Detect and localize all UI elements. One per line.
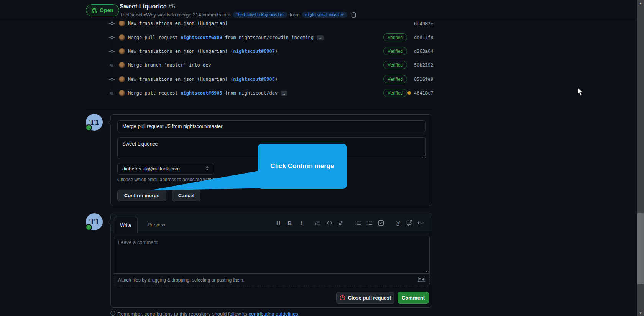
- pr-subtitle: TheDiabeticWay wants to merge 214 commit…: [120, 12, 356, 18]
- unordered-list-icon[interactable]: [352, 217, 364, 229]
- quote-icon[interactable]: [312, 217, 324, 229]
- email-select[interactable]: diabetes.uk@outlook.com: [117, 163, 214, 175]
- merge-commit-title-input[interactable]: [117, 120, 426, 132]
- commit-message-text: New translations en.json (Hungarian) (: [128, 77, 233, 82]
- verified-badge[interactable]: Verified: [383, 89, 407, 97]
- tasklist-icon[interactable]: [375, 217, 387, 229]
- commit-author-avatar[interactable]: [119, 76, 125, 82]
- comment-tab-strip: Write Preview H B I 12 @: [111, 213, 432, 232]
- commit-message: Merge branch 'master' into dev: [128, 62, 211, 68]
- resize-handle[interactable]: [425, 269, 429, 273]
- scrollbar-down-arrow[interactable]: ▼: [637, 310, 644, 316]
- commit-row: Merge branch 'master' into dev: [109, 61, 211, 70]
- attach-files-text: Attach files by dragging & dropping, sel…: [118, 277, 245, 283]
- verified-badge[interactable]: Verified: [383, 33, 407, 41]
- resize-handle[interactable]: [422, 155, 426, 158]
- commit-row: New translations en.json (Hungarian) (ni…: [109, 75, 278, 84]
- attach-files-area[interactable]: Attach files by dragging & dropping, sel…: [114, 273, 430, 286]
- commit-icon: [109, 91, 115, 95]
- commit-author-avatar[interactable]: [119, 90, 125, 96]
- copy-branch-icon[interactable]: [351, 12, 356, 18]
- commit-icon: [109, 35, 115, 40]
- commit-hash[interactable]: ddd11f8: [414, 35, 434, 40]
- commit-more-button[interactable]: …: [317, 35, 324, 40]
- commit-message-text: ): [275, 49, 278, 54]
- comment-input[interactable]: [114, 236, 430, 274]
- commit-message-text: Merge pull request: [128, 35, 181, 40]
- commit-icon: [109, 77, 115, 82]
- select-caret-icon: [205, 165, 209, 172]
- commit-author-avatar[interactable]: [119, 34, 125, 41]
- commit-pr-link[interactable]: nightscout#6889: [181, 35, 222, 40]
- commit-hash[interactable]: 46418c7: [414, 90, 434, 96]
- commit-message-text: Merge pull request: [128, 90, 181, 96]
- code-icon[interactable]: [324, 217, 335, 229]
- commit-icon: [109, 21, 115, 26]
- status-dot-icon[interactable]: [407, 91, 411, 95]
- note-prefix: Remember, contributions to this reposito…: [117, 311, 249, 316]
- commit-pr-link[interactable]: nightscout#6907: [233, 49, 275, 54]
- commit-author-avatar[interactable]: [119, 48, 125, 54]
- pull-request-page: New translations en.json (Hungarian) 6d4…: [0, 0, 644, 316]
- confirm-merge-button[interactable]: Confirm merge: [117, 190, 166, 201]
- ordered-list-icon[interactable]: 12: [364, 217, 375, 229]
- italic-icon[interactable]: I: [296, 217, 307, 229]
- contributing-guidelines-link[interactable]: contributing guidelines: [249, 311, 298, 316]
- vertical-scrollbar[interactable]: ▲ ▼: [637, 0, 644, 316]
- tab-write[interactable]: Write: [114, 217, 138, 233]
- pr-header-text: Sweet Liquorice#5 TheDiabeticWay wants t…: [120, 3, 356, 18]
- commit-row: Merge pull request nightscout#6889 from …: [109, 33, 324, 42]
- cancel-button[interactable]: Cancel: [172, 190, 200, 201]
- note-text: Remember, contributions to this reposito…: [117, 311, 300, 316]
- saved-replies-icon[interactable]: [415, 217, 427, 229]
- user-avatar[interactable]: T1: [86, 213, 103, 230]
- commit-message-text: from nightscout/crowdin_incoming: [222, 35, 314, 40]
- commit-author-avatar[interactable]: [119, 62, 125, 68]
- close-pull-request-button[interactable]: Close pull request: [336, 292, 394, 304]
- pr-state-label: Open: [100, 7, 113, 13]
- commit-author-avatar[interactable]: [119, 20, 125, 26]
- link-icon[interactable]: [335, 217, 347, 229]
- commit-icon: [109, 49, 115, 54]
- scrollbar-up-arrow[interactable]: ▲: [637, 0, 644, 6]
- verified-badge[interactable]: Verified: [383, 47, 407, 55]
- card-caret: [108, 120, 113, 125]
- verified-badge[interactable]: Verified: [383, 61, 407, 69]
- scrollbar-thumb[interactable]: [637, 213, 644, 284]
- merge-commit-message-input[interactable]: Sweet Liquorice: [117, 137, 426, 159]
- git-pull-request-icon: [92, 7, 97, 13]
- mention-icon[interactable]: @: [392, 217, 404, 229]
- verified-badge[interactable]: Verified: [383, 75, 407, 83]
- pr-number: #5: [169, 3, 176, 10]
- bold-icon[interactable]: B: [284, 217, 296, 229]
- svg-text:1: 1: [366, 220, 368, 223]
- comment-button[interactable]: Comment: [398, 292, 429, 304]
- comment-card: Write Preview H B I 12 @: [110, 213, 432, 308]
- pr-state-badge: Open: [86, 4, 119, 16]
- close-pr-label: Close pull request: [348, 295, 391, 301]
- commit-hash[interactable]: 8516fe9: [414, 77, 434, 82]
- commit-hash[interactable]: 6d4982e: [414, 21, 434, 26]
- svg-text:2: 2: [366, 223, 368, 226]
- commit-pr-link[interactable]: nightscout#6905: [181, 90, 222, 96]
- commit-more-button[interactable]: …: [281, 91, 288, 96]
- base-branch-chip[interactable]: TheDiabeticWay:master: [233, 12, 287, 18]
- pr-sticky-header: Open Sweet Liquorice#5 TheDiabeticWay wa…: [0, 0, 637, 21]
- tab-preview[interactable]: Preview: [144, 217, 169, 232]
- commit-message: Merge pull request nightscout#6889 from …: [128, 35, 314, 40]
- head-branch-chip[interactable]: nightscout:master: [302, 12, 347, 18]
- merge-confirmation-card: Sweet Liquorice diabetes.uk@outlook.com …: [110, 114, 432, 206]
- commit-message: New translations en.json (Hungarian) (ni…: [128, 77, 278, 82]
- email-help-text: Choose which email address to associate …: [117, 177, 250, 182]
- comment-actions: Close pull request Comment: [336, 292, 429, 304]
- avatar-initials: T1: [89, 117, 99, 127]
- user-avatar[interactable]: T1: [86, 114, 103, 131]
- pr-subtitle-text: TheDiabeticWay wants to merge 214 commit…: [120, 12, 230, 18]
- heading-icon[interactable]: H: [273, 217, 284, 229]
- commit-hash[interactable]: 50b2192: [414, 62, 434, 68]
- commit-hash[interactable]: d263a04: [414, 49, 434, 54]
- cross-reference-icon[interactable]: [404, 217, 415, 229]
- commit-message: New translations en.json (Hungarian): [128, 21, 228, 26]
- markdown-supported-icon[interactable]: [418, 277, 426, 283]
- commit-pr-link[interactable]: nightscout#6908: [233, 77, 275, 82]
